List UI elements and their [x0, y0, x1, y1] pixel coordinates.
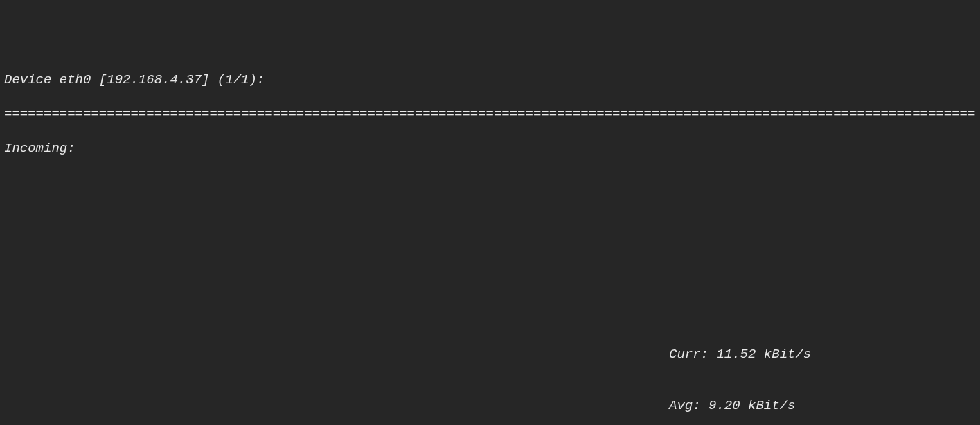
- incoming-avg: Avg: 9.20 kBit/s: [669, 397, 976, 415]
- divider-line: ========================================…: [4, 105, 976, 123]
- incoming-label: Incoming:: [4, 140, 976, 157]
- device-header: Device eth0 [192.168.4.37] (1/1):: [4, 71, 976, 89]
- incoming-curr: Curr: 11.52 kBit/s: [669, 346, 976, 363]
- incoming-graph-area: [4, 191, 976, 278]
- incoming-stats: Curr: 11.52 kBit/s Avg: 9.20 kBit/s Min:…: [669, 312, 976, 425]
